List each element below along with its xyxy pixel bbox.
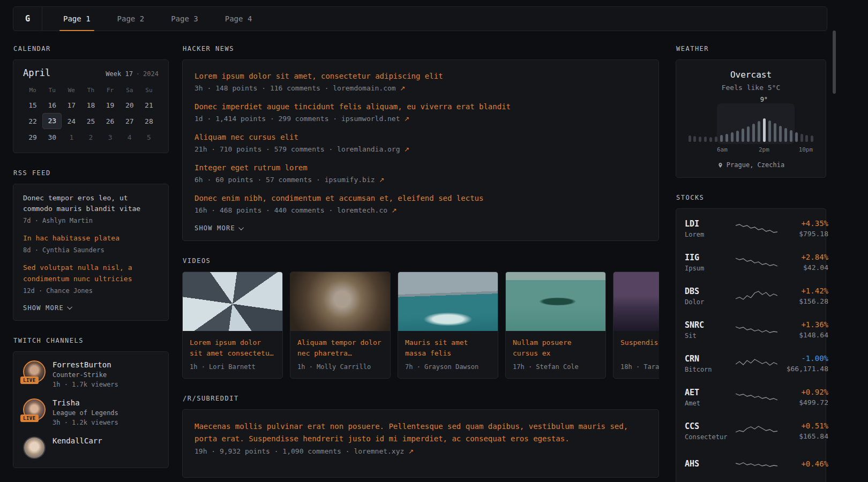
stock-price: $156.28 [777, 297, 828, 305]
hn-show-more-button[interactable]: SHOW MORE [194, 223, 244, 233]
channel-name-link[interactable]: ForrestBurton [53, 360, 118, 369]
stock-price: $148.64 [777, 331, 828, 339]
rss-item-link[interactable]: In hac habitasse platea [23, 233, 159, 244]
rss-item-link[interactable]: Donec tempor eros leo, ut commodo mauris… [23, 193, 159, 214]
hn-stats: 1d · 1,414 points · 299 comments · [194, 115, 341, 123]
sparkline-chart [736, 289, 777, 303]
rss-item-meta: 7d · Ashlyn Martin [23, 217, 159, 224]
channel-avatar [23, 436, 46, 459]
stock-sparkline [736, 390, 777, 404]
tab-page-4[interactable]: Page 4 [212, 7, 266, 31]
video-title: Nullam posuere cursus ex [513, 337, 598, 359]
video-card[interactable]: Aliquam tempor dolor nec pharetra…1h · M… [290, 272, 391, 379]
video-title: Lorem ipsum dolor sit amet consectetu… [190, 337, 275, 359]
dashboard-page: G Page 1Page 2Page 3Page 4 CALENDAR Apri… [0, 0, 868, 482]
calendar-day: 18 [81, 97, 100, 113]
hn-item: Donec imperdiet augue tincidunt felis al… [194, 101, 647, 123]
videos-row: Lorem ipsum dolor sit amet consectetu…1h… [182, 272, 659, 379]
stock-price: $795.18 [777, 230, 828, 238]
calendar-weekday: Sa [120, 82, 139, 97]
weather-bar [715, 137, 717, 142]
hn-domain-link[interactable]: loremtech.co ↗ [337, 206, 397, 214]
app-logo[interactable]: G [13, 7, 42, 31]
rss-item-meta: 12d · Chance Jones [23, 287, 159, 295]
stocks-list: LDILorem+4.35%$795.18IIGIpsum+2.84%$42.0… [685, 212, 817, 481]
video-card[interactable]: Suspendisse diam18h · Tara [613, 272, 659, 379]
hn-stats: 6h · 60 points · 57 comments · [194, 176, 325, 184]
hn-domain-link[interactable]: ipsumify.biz ↗ [325, 176, 385, 184]
subreddit-domain-link[interactable]: loremnet.xyz ↗ [354, 447, 414, 455]
twitch-channel[interactable]: LIVEForrestBurtonCounter-Strike1h · 1.7k… [23, 360, 159, 388]
stock-change: +1.42% [777, 287, 828, 295]
channel-meta: 1h · 1.7k viewers [53, 381, 118, 388]
twitch-channel[interactable]: LIVETrishaLeague of Legends3h · 1.2k vie… [23, 398, 159, 426]
tab-page-3[interactable]: Page 3 [158, 7, 212, 31]
video-meta: 17h · Stefan Cole [513, 363, 598, 371]
weather-bar [736, 131, 739, 142]
calendar-year: 2024 [143, 70, 159, 78]
calendar-week: Week 17 [106, 70, 133, 78]
video-title: Suspendisse diam [620, 337, 659, 359]
video-card[interactable]: Lorem ipsum dolor sit amet consectetu…1h… [182, 272, 283, 379]
tab-page-2[interactable]: Page 2 [104, 7, 158, 31]
hn-show-more-label: SHOW MORE [194, 224, 235, 232]
hn-title-link[interactable]: Donec imperdiet augue tincidunt felis al… [194, 101, 647, 112]
stock-name: Consectetur [685, 433, 736, 441]
calendar-day: 30 [42, 129, 62, 145]
hn-stats: 21h · 710 points · 579 comments · [194, 145, 337, 153]
hn-domain-link[interactable]: loremdomain.com ↗ [333, 84, 405, 92]
weather-widget: WEATHER Overcast Feels like 5°C 9° 6am2p… [676, 45, 826, 178]
tab-page-1[interactable]: Page 1 [50, 7, 104, 31]
hn-title-link[interactable]: Donec enim nibh, condimentum et accumsan… [194, 193, 647, 204]
calendar-day: 28 [139, 113, 159, 129]
stock-ticker: SNRC [685, 320, 736, 330]
stock-price: $42.04 [777, 263, 828, 272]
weather-time-labels: 6am2pm10pm [689, 146, 814, 154]
channel-name-link[interactable]: Trisha [53, 398, 118, 407]
video-meta: 1h · Molly Carrillo [297, 363, 383, 371]
calendar-weekday: Su [139, 82, 159, 97]
subreddit-card: Maecenas mollis pulvinar erat non posuer… [182, 409, 659, 478]
stock-ticker: IIG [685, 253, 736, 262]
weather-bar [742, 129, 744, 142]
stock-price: $165.84 [777, 432, 828, 440]
hn-domain-link[interactable]: loremlandia.org ↗ [337, 145, 409, 153]
weather-current-temp: 9° [760, 96, 768, 103]
stock-change: +0.46% [777, 460, 828, 468]
calendar-header: April Week 17·2024 [23, 67, 159, 78]
stock-row: LDILorem+4.35%$795.18 [685, 212, 817, 245]
twitch-channel[interactable]: KendallCarr [23, 436, 159, 459]
external-link-icon: ↗ [404, 115, 409, 123]
hn-title-link[interactable]: Lorem ipsum dolor sit amet, consectetur … [194, 71, 647, 82]
calendar-day: 27 [120, 113, 139, 129]
subreddit-list: Maecenas mollis pulvinar erat non posuer… [194, 420, 647, 455]
hn-domain-link[interactable]: ipsumworld.net ↗ [341, 115, 409, 123]
subreddit-widget: /R/SUBREDDIT Maecenas mollis pulvinar er… [182, 395, 659, 478]
video-meta: 18h · Tara [620, 363, 659, 371]
rss-item-link[interactable]: Sed volutpat nulla nisl, a condimentum n… [23, 262, 159, 284]
rss-show-more-button[interactable]: SHOW MORE [23, 303, 72, 313]
weather-bars [689, 108, 814, 142]
hn-title-link[interactable]: Integer eget rutrum lorem [194, 162, 647, 174]
stock-price-block: +0.51%$165.84 [777, 421, 828, 440]
stock-row: CCSConsectetur+0.51%$165.84 [685, 414, 817, 448]
stock-name: Dolor [685, 298, 736, 306]
channel-info: ForrestBurtonCounter-Strike1h · 1.7k vie… [53, 360, 118, 388]
scrollbar-thumb[interactable] [833, 31, 836, 94]
channel-info: TrishaLeague of Legends3h · 1.2k viewers [53, 398, 118, 426]
stocks-widget: STOCKS LDILorem+4.35%$795.18IIGIpsum+2.8… [676, 194, 826, 482]
twitch-card: LIVEForrestBurtonCounter-Strike1h · 1.7k… [13, 351, 169, 468]
hn-title-link[interactable]: Aliquam nec cursus elit [194, 132, 647, 143]
stock-ticker: LDI [685, 219, 736, 229]
subreddit-title-link[interactable]: Maecenas mollis pulvinar erat non posuer… [194, 420, 647, 445]
channel-name-link[interactable]: KendallCarr [53, 436, 102, 445]
video-card[interactable]: Mauris sit amet massa felis7h · Grayson … [398, 272, 498, 379]
calendar-day: 16 [42, 97, 62, 113]
hackernews-widget: HACKER NEWS Lorem ipsum dolor sit amet, … [182, 45, 659, 241]
weather-bar [805, 135, 808, 142]
subreddit-item: Maecenas mollis pulvinar erat non posuer… [194, 420, 647, 455]
calendar-weekday: Tu [42, 82, 62, 97]
weather-bar [800, 134, 803, 142]
video-card[interactable]: Nullam posuere cursus ex17h · Stefan Col… [505, 272, 606, 379]
stock-symbol-block: AHS [685, 459, 736, 471]
